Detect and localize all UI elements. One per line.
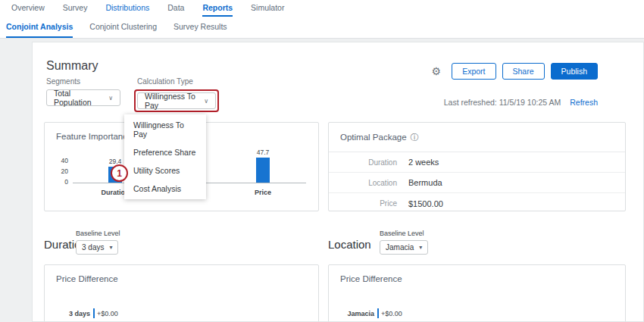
info-icon[interactable]: ⓘ — [411, 133, 419, 142]
y-tick: 20 — [45, 167, 68, 175]
gear-icon[interactable]: ⚙ — [432, 65, 442, 77]
optimal-row-value: $1500.00 — [408, 199, 443, 208]
y-tick: 0 — [45, 178, 68, 186]
chevron-down-icon: ∨ — [108, 95, 113, 102]
y-tick: 40 — [45, 157, 68, 164]
chevron-down-icon: ∨ — [204, 98, 208, 105]
optimal-row-duration: Duration 2 weeks — [329, 152, 625, 173]
reports-subnav: Conjoint Analysis Conjoint Clustering Su… — [0, 17, 644, 39]
price-difference-row: Jamacia +$0.00 — [339, 308, 402, 318]
optimal-package-title-text: Optimal Package — [340, 133, 407, 142]
nav-data[interactable]: Data — [167, 0, 184, 17]
filters-row: Segments Total Population ∨ Calculation … — [46, 77, 216, 109]
duration-baseline-dropdown[interactable]: 3 days ▾ — [76, 240, 118, 255]
location-price-difference-card: Price Difference Jamacia +$0.00 — [328, 264, 626, 322]
calculation-type-value: Willingness To Pay — [145, 92, 198, 110]
price-difference-value: +$0.00 — [97, 310, 118, 317]
location-section-title: Location — [328, 238, 371, 251]
price-difference-title: Price Difference — [45, 265, 318, 283]
last-refreshed-text: Last refreshed: 11/5/19 10:25 AM — [444, 98, 561, 107]
location-baseline-value: Jamacia — [386, 243, 414, 252]
duration-baseline-group: Baseline Level 3 days ▾ — [76, 230, 120, 255]
nav-reports[interactable]: Reports — [202, 0, 233, 17]
calculation-type-label: Calculation Type — [137, 77, 216, 86]
share-button[interactable]: Share — [502, 63, 545, 80]
conjoint-analysis-page: Overview Survey Distributions Data Repor… — [0, 0, 644, 322]
menu-item-preference-share[interactable]: Preference Share — [124, 143, 206, 161]
location-baseline-group: Baseline Level Jamacia ▾ — [380, 230, 428, 255]
tab-conjoint-analysis[interactable]: Conjoint Analysis — [6, 17, 73, 38]
nav-simulator[interactable]: Simulator — [251, 0, 284, 17]
menu-item-cost-analysis[interactable]: Cost Analysis — [124, 180, 206, 198]
bar-value-price: 47.7 — [248, 148, 278, 156]
optimal-package-title: Optimal Packageⓘ — [329, 123, 625, 152]
segments-label: Segments — [46, 77, 120, 86]
menu-item-willingness-to-pay[interactable]: Willingness To Pay — [124, 116, 206, 143]
optimal-row-label: Duration — [355, 158, 397, 167]
bar-price — [256, 158, 270, 183]
refresh-row: Last refreshed: 11/5/19 10:25 AM Refresh — [444, 98, 598, 107]
calculation-type-menu: Willingness To Pay Preference Share Util… — [124, 114, 206, 199]
nav-distributions[interactable]: Distributions — [105, 0, 149, 17]
tab-survey-results[interactable]: Survey Results — [174, 17, 227, 38]
nav-overview[interactable]: Overview — [11, 0, 45, 17]
x-label-price: Price — [240, 189, 286, 196]
optimal-row-label: Price — [355, 199, 397, 208]
optimal-row-location: Location Bermuda — [329, 173, 625, 193]
price-difference-title: Price Difference — [329, 265, 625, 283]
annotation-highlight-box: Willingness To Pay ∨ — [134, 89, 219, 112]
baseline-level-label: Baseline Level — [76, 230, 120, 237]
zero-axis-tick — [93, 308, 95, 318]
duration-baseline-value: 3 days — [82, 243, 104, 252]
optimal-row-value: Bermuda — [408, 178, 442, 187]
nav-survey[interactable]: Survey — [63, 0, 88, 17]
calculation-type-dropdown[interactable]: Willingness To Pay ∨ — [137, 92, 216, 109]
location-baseline-dropdown[interactable]: Jamacia ▾ — [380, 240, 428, 255]
price-difference-value: +$0.00 — [381, 310, 402, 317]
optimal-row-value: 2 weeks — [408, 158, 439, 167]
menu-item-utility-scores[interactable]: Utility Scores — [124, 161, 206, 180]
optimal-row-label: Location — [355, 179, 397, 187]
optimal-package-card: Optimal Packageⓘ Duration 2 weeks Locati… — [328, 122, 626, 211]
export-button[interactable]: Export — [452, 63, 496, 80]
chevron-down-icon: ▾ — [419, 244, 422, 251]
report-panel: Summary ⚙ Export Share Publish Segments … — [32, 42, 644, 322]
price-difference-label: 3 days — [55, 310, 90, 317]
baseline-level-label: Baseline Level — [380, 230, 428, 237]
segments-value: Total Population — [54, 89, 102, 107]
duration-price-difference-card: Price Difference 3 days +$0.00 — [44, 264, 319, 322]
chevron-down-icon: ▾ — [109, 244, 112, 251]
segments-dropdown[interactable]: Total Population ∨ — [46, 89, 120, 106]
summary-toolbar: ⚙ Export Share Publish — [432, 63, 598, 80]
annotation-step-badge: 1 — [111, 164, 128, 182]
refresh-link[interactable]: Refresh — [570, 98, 598, 107]
publish-button[interactable]: Publish — [551, 63, 598, 80]
price-difference-label: Jamacia — [339, 310, 374, 317]
optimal-row-price: Price $1500.00 — [329, 193, 625, 214]
page-title: Summary — [46, 59, 98, 73]
price-difference-row: 3 days +$0.00 — [55, 308, 118, 318]
zero-axis-tick — [377, 308, 379, 318]
tab-conjoint-clustering[interactable]: Conjoint Clustering — [89, 17, 157, 38]
primary-nav: Overview Survey Distributions Data Repor… — [0, 0, 644, 17]
